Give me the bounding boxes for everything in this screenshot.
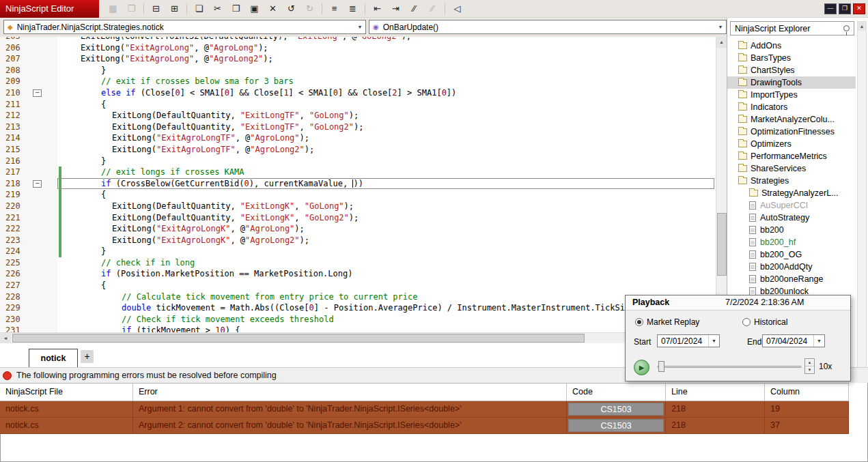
code-line-206[interactable]: 206ExitLong("ExitAgroLong", @"AgroLong")… — [0, 42, 716, 54]
explorer-item-ausupercci[interactable]: AuSuperCCI — [727, 199, 856, 212]
find-icon[interactable]: ❏ — [191, 2, 208, 16]
code-line-228[interactable]: 228// Calculate tick movement from entry… — [0, 291, 716, 303]
delete-icon[interactable]: ✕ — [264, 2, 281, 16]
column-header-line[interactable]: Line — [666, 384, 765, 401]
code-line-229[interactable]: 229double tickMovement = Math.Abs((Close… — [0, 302, 716, 314]
snippet-icon[interactable]: ≡ — [326, 2, 343, 16]
code-line-226[interactable]: 226if (Position.MarketPosition == Market… — [0, 268, 716, 280]
historical-radio[interactable]: Historical — [742, 317, 787, 327]
explorer-scrollbar[interactable]: ▲ ▼ — [857, 21, 867, 379]
cut-icon[interactable]: ✂ — [209, 2, 226, 16]
code-line-211[interactable]: 211{ — [0, 99, 716, 111]
undo-icon[interactable]: ↺ — [283, 2, 300, 16]
start-date-select[interactable]: 07/01/2024 ▼ — [657, 334, 720, 347]
code-line-213[interactable]: 213ExitLong(DefaultQuantity, "ExitLongTF… — [0, 121, 716, 133]
code-line-224[interactable]: 224} — [0, 246, 716, 257]
playback-speed-slider[interactable] — [657, 360, 802, 373]
copy-icon[interactable]: ❒ — [227, 2, 244, 16]
code-line-218[interactable]: 218−if (CrossBelow(GetCurrentBid(0), cur… — [0, 178, 716, 190]
explorer-item-bb200-hf[interactable]: bb200_hf — [727, 236, 856, 248]
comment-icon[interactable]: ∕∕ — [406, 2, 423, 16]
error-row[interactable]: notick.csArgument 2: cannot convert from… — [0, 418, 849, 434]
explorer-item-barstypes[interactable]: BarsTypes — [727, 52, 856, 64]
code-line-221[interactable]: 221ExitLong(DefaultQuantity, "ExitLongK"… — [0, 212, 716, 224]
code-line-219[interactable]: 219{ — [0, 189, 716, 201]
code-lines[interactable]: 205ExitLong(Convert.ToInt32(DefaultQuant… — [0, 37, 716, 332]
horizontal-scroll-thumb[interactable] — [12, 334, 585, 343]
play-button[interactable]: ▶ — [634, 360, 649, 375]
print-preview-icon[interactable]: ⊞ — [166, 2, 183, 16]
column-header-code[interactable]: Code — [567, 384, 666, 401]
explorer-item-bb200-og[interactable]: bb200_OG — [727, 248, 856, 261]
chevron-down-icon[interactable]: ▼ — [708, 335, 719, 347]
paste-icon[interactable]: ▣ — [246, 2, 263, 16]
code-line-215[interactable]: 215ExitLong("ExitAgroLongTF", @"AgroLong… — [0, 144, 716, 156]
code-line-216[interactable]: 216} — [0, 156, 716, 167]
code-line-208[interactable]: 208} — [0, 65, 716, 76]
explorer-item-indicators[interactable]: Indicators — [727, 101, 856, 113]
minimize-button[interactable]: — — [824, 3, 837, 14]
playback-titlebar[interactable]: Playback 7/2/2024 2:18:36 AM — [626, 295, 850, 311]
explorer-item-chartstyles[interactable]: ChartStyles — [727, 64, 856, 76]
end-date-select[interactable]: 07/04/2024 ▼ — [762, 334, 825, 347]
code-line-217[interactable]: 217// exit longs if crosses KAMA — [0, 167, 716, 178]
pin-icon[interactable] — [843, 25, 850, 31]
class-selector[interactable]: ◆ NinjaTrader.NinjaScript.Strategies.not… — [3, 20, 366, 34]
column-header-column[interactable]: Column — [765, 384, 849, 401]
tab-notick[interactable]: notick — [29, 349, 78, 367]
code-line-227[interactable]: 227{ — [0, 280, 716, 291]
code-line-210[interactable]: 210−else if (Close[0] < SMA1[0] && Close… — [0, 87, 716, 99]
code-line-223[interactable]: 223ExitLong("ExitAgroLongK", @"AgroLong2… — [0, 235, 716, 246]
horizontal-scroll-track[interactable] — [11, 333, 705, 344]
fold-collapse-icon[interactable]: − — [33, 89, 42, 97]
column-header-ninjascript-file[interactable]: NinjaScript File — [0, 384, 133, 401]
explorer-item-shareservices[interactable]: ShareServices — [727, 162, 856, 175]
scroll-up-icon[interactable]: ▲ — [858, 22, 866, 31]
explorer-item-optimizers[interactable]: Optimizers — [727, 138, 856, 150]
new-tab-button[interactable]: + — [81, 350, 94, 363]
explorer-item-bb200addqty[interactable]: bb200AddQty — [727, 261, 856, 273]
slider-thumb[interactable] — [658, 361, 664, 372]
explorer-item-strategyanalyzerl[interactable]: StrategyAnalyzerL... — [727, 187, 856, 199]
code-line-230[interactable]: 230// Check if tick movement exceeds thr… — [0, 314, 716, 326]
code-line-212[interactable]: 212ExitLong(DefaultQuantity, "ExitLongTF… — [0, 110, 716, 121]
spinner-up-icon[interactable]: ▲ — [805, 359, 814, 366]
code-line-205[interactable]: 205ExitLong(Convert.ToInt32(DefaultQuant… — [0, 37, 716, 42]
spinner-down-icon[interactable]: ▼ — [805, 366, 814, 373]
error-row[interactable]: notick.csArgument 1: cannot convert from… — [0, 401, 849, 418]
code-line-231[interactable]: 231if (tickMovement > 10) { — [0, 325, 716, 332]
compile-icon[interactable]: ◁ — [449, 2, 466, 16]
chevron-down-icon[interactable]: ▼ — [715, 25, 726, 29]
explorer-item-bb200onerange[interactable]: bb200oneRange — [727, 273, 856, 285]
editor-horizontal-scrollbar[interactable]: ◄ ► — [0, 332, 716, 343]
print-icon[interactable]: ⊟ — [148, 2, 165, 16]
explorer-item-importtypes[interactable]: ImportTypes — [727, 89, 856, 101]
vertical-scroll-thumb[interactable] — [717, 213, 727, 276]
code-line-214[interactable]: 214ExitLong("ExitAgroLongTF", @"AgroLong… — [0, 132, 716, 144]
scroll-up-icon[interactable]: ▲ — [716, 37, 727, 48]
code-line-207[interactable]: 207ExitLong("ExitAgroLong", @"AgroLong2"… — [0, 53, 716, 65]
close-button[interactable]: ✕ — [853, 3, 865, 14]
restore-button[interactable]: ❐ — [839, 3, 851, 14]
speed-spinner[interactable]: ▲ ▼ — [804, 358, 815, 374]
explorer-item-autostrategy[interactable]: AutoStrategy — [727, 212, 856, 224]
column-header-error[interactable]: Error — [133, 384, 567, 401]
outdent-icon[interactable]: ⇤ — [369, 2, 386, 16]
indent-icon[interactable]: ⇥ — [387, 2, 404, 16]
vertical-scroll-track[interactable] — [716, 48, 727, 332]
explorer-item-drawingtools[interactable]: DrawingTools — [727, 76, 856, 89]
explorer-item-performancemetrics[interactable]: PerformanceMetrics — [727, 150, 856, 162]
explorer-item-strategies[interactable]: Strategies — [727, 175, 856, 187]
fold-collapse-icon[interactable]: − — [33, 180, 42, 188]
code-line-209[interactable]: 209// exit if crosses below sma for 3 ba… — [0, 76, 716, 87]
code-line-225[interactable]: 225// check if in long — [0, 257, 716, 269]
scroll-left-icon[interactable]: ◄ — [0, 333, 11, 344]
explorer-item-marketanalyzercolu[interactable]: MarketAnalyzerColu... — [727, 113, 856, 126]
chevron-down-icon[interactable]: ▼ — [354, 25, 365, 29]
region-icon[interactable]: ≣ — [344, 2, 361, 16]
explorer-item-addons[interactable]: AddOns — [727, 40, 856, 52]
code-line-222[interactable]: 222ExitLong("ExitAgroLongK", @"AgroLong"… — [0, 223, 716, 235]
explorer-item-bb200[interactable]: bb200 — [727, 224, 856, 236]
code-line-220[interactable]: 220ExitLong(DefaultQuantity, "ExitLongK"… — [0, 201, 716, 212]
market-replay-radio[interactable]: Market Replay — [635, 317, 699, 327]
